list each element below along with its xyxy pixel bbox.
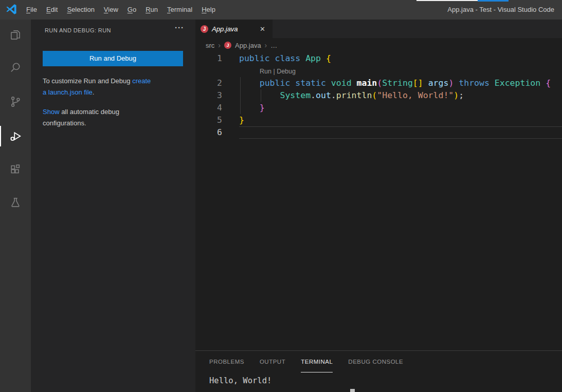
code-text: } xyxy=(239,102,265,114)
bottom-panel: PROBLEMS OUTPUT TERMINAL DEBUG CONSOLE H… xyxy=(195,350,562,392)
editor-group: J App.java ✕ src › J App.java › … 1publi… xyxy=(195,20,562,392)
menu-edit[interactable]: Edit xyxy=(42,0,62,20)
menu-go[interactable]: Go xyxy=(123,0,141,20)
code-token: Exception xyxy=(495,78,540,88)
code-token xyxy=(290,78,295,88)
breadcrumb-app-java[interactable]: App.java xyxy=(235,42,261,49)
extensions-icon[interactable] xyxy=(0,157,31,182)
code-token: "Hello, World!" xyxy=(377,90,454,100)
tab-problems[interactable]: PROBLEMS xyxy=(209,351,244,372)
line-number: 6 xyxy=(195,126,222,139)
show-configs-message: Show all automatic debug configurations. xyxy=(43,106,187,129)
tab-output[interactable]: OUTPUT xyxy=(260,351,285,372)
editor-tab-bar: J App.java ✕ xyxy=(195,20,562,38)
show-configurations-link[interactable]: Show xyxy=(43,108,60,116)
code-token xyxy=(321,53,326,63)
java-file-icon-small: J xyxy=(224,42,231,49)
explorer-icon[interactable] xyxy=(0,23,31,47)
code-token xyxy=(352,78,357,88)
show-configs-text: all automatic debug xyxy=(60,108,119,116)
code-line[interactable]: 1public class App { xyxy=(195,52,562,65)
menu-bar: File Edit Selection View Go Run Terminal… xyxy=(22,0,220,20)
window-title: App.java - Test - Visual Studio Code xyxy=(447,0,554,20)
activity-bar xyxy=(0,20,31,392)
source-control-icon[interactable] xyxy=(0,89,31,114)
code-token: App xyxy=(305,53,321,63)
code-line[interactable]: 4 } xyxy=(195,102,562,114)
code-text: public static void main(String[] args) t… xyxy=(239,77,551,89)
run-and-debug-button[interactable]: Run and Debug xyxy=(43,51,183,66)
menu-file[interactable]: File xyxy=(22,0,42,20)
code-token: main xyxy=(357,78,377,88)
menu-view[interactable]: View xyxy=(99,0,123,20)
tab-debug-console[interactable]: DEBUG CONSOLE xyxy=(348,351,403,372)
menu-help[interactable]: Help xyxy=(197,0,220,20)
code-token: } xyxy=(260,103,265,113)
code-token: System xyxy=(280,90,311,100)
codelens-separator: | xyxy=(271,68,277,75)
testing-icon[interactable] xyxy=(0,190,31,215)
customize-text-end: . xyxy=(93,88,95,96)
current-line-highlight xyxy=(239,126,562,139)
tab-app-java[interactable]: J App.java ✕ xyxy=(195,20,273,38)
create-launch-json-link[interactable]: create xyxy=(132,77,151,85)
code-text: public class App { xyxy=(239,52,331,65)
code-line[interactable]: 5} xyxy=(195,114,562,126)
screen-edge-artifact-blue xyxy=(478,0,509,2)
vscode-window: File Edit Selection View Go Run Terminal… xyxy=(0,0,562,392)
tab-terminal[interactable]: TERMINAL xyxy=(301,351,333,372)
code-token: [] xyxy=(413,78,423,88)
screen-edge-artifact-white xyxy=(416,0,478,1)
code-token: void xyxy=(331,78,352,88)
code-token: println xyxy=(336,90,372,100)
code-token: throws xyxy=(459,78,490,88)
more-actions-icon[interactable]: ··· xyxy=(175,23,184,32)
sidebar-title: RUN AND DEBUG: RUN xyxy=(45,27,111,33)
line-number: 3 xyxy=(195,89,222,102)
code-token: . xyxy=(311,90,316,100)
code-token xyxy=(490,78,495,88)
code-text: } xyxy=(239,114,244,126)
terminal-output: Hello, World! xyxy=(195,376,562,385)
code-token: ) xyxy=(448,78,454,88)
code-line[interactable]: 2 public static void main(String[] args)… xyxy=(195,77,562,89)
menu-selection[interactable]: Selection xyxy=(62,0,99,20)
code-token: { xyxy=(546,78,551,88)
run-and-debug-icon[interactable] xyxy=(0,124,31,148)
run-and-debug-sidebar: RUN AND DEBUG: RUN ··· Run and Debug To … xyxy=(31,20,195,392)
code-token xyxy=(454,78,459,88)
code-area[interactable]: 1public class App {Run | Debug2 public s… xyxy=(195,52,562,392)
vscode-logo-icon xyxy=(5,4,17,16)
breadcrumb-symbol[interactable]: … xyxy=(270,42,277,49)
search-icon[interactable] xyxy=(0,55,31,80)
code-token: ; xyxy=(459,90,464,100)
chevron-right-icon: › xyxy=(218,41,221,49)
line-number: 1 xyxy=(195,52,222,65)
java-file-icon: J xyxy=(201,25,208,33)
breadcrumb-src[interactable]: src xyxy=(206,42,214,49)
code-token: . xyxy=(331,90,336,100)
codelens-run-link[interactable]: Run xyxy=(260,68,271,75)
code-token: { xyxy=(326,53,331,63)
panel-tab-bar: PROBLEMS OUTPUT TERMINAL DEBUG CONSOLE xyxy=(195,351,562,372)
code-token xyxy=(300,53,305,63)
line-number: 5 xyxy=(195,114,222,126)
code-token: public xyxy=(239,53,270,63)
line-number: 2 xyxy=(195,77,222,89)
title-bar: File Edit Selection View Go Run Terminal… xyxy=(0,0,562,20)
code-line[interactable]: 6 xyxy=(195,126,562,139)
menu-run[interactable]: Run xyxy=(141,0,162,20)
code-text: System.out.println("Hello, World!"); xyxy=(239,89,464,102)
code-token: } xyxy=(239,115,244,125)
code-token: ( xyxy=(372,90,377,100)
terminal-cursor xyxy=(350,389,355,392)
code-token xyxy=(239,90,280,100)
create-launch-json-link-2[interactable]: a launch.json file xyxy=(43,88,93,96)
menu-terminal[interactable]: Terminal xyxy=(162,0,197,20)
code-token xyxy=(540,78,546,88)
code-line[interactable]: 3 System.out.println("Hello, World!"); xyxy=(195,89,562,102)
codelens-debug-link[interactable]: Debug xyxy=(277,68,296,75)
tab-close-icon[interactable]: ✕ xyxy=(258,24,267,34)
code-token xyxy=(239,78,260,88)
code-token: class xyxy=(275,53,301,63)
